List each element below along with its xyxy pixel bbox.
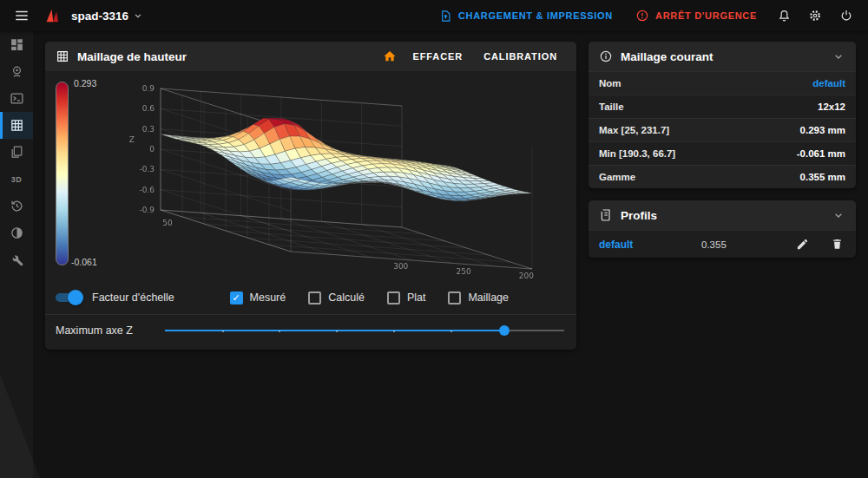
- display-mode-checkboxes: ✓ Mesuré ✓ Calculé ✓ Plat ✓ Maillage: [230, 291, 509, 304]
- slider-thumb[interactable]: [499, 325, 510, 336]
- trash-icon: [831, 238, 844, 251]
- edit-profile-button[interactable]: [793, 236, 811, 253]
- colorbar-max-label: 0.293: [74, 78, 96, 88]
- scale-factor-toggle[interactable]: Facteur d'échelle: [54, 291, 174, 304]
- console-icon: [10, 91, 24, 106]
- colorbar-gradient: [56, 82, 69, 265]
- dashboard-icon: [10, 37, 24, 52]
- main-content: Maillage de hauteur EFFACER CALIBRATION …: [33, 31, 868, 478]
- calibrate-button[interactable]: CALIBRATION: [475, 46, 566, 67]
- chevron-down-icon: [132, 10, 144, 22]
- upload-print-label: CHARGEMENT & IMPRESSION: [458, 10, 613, 21]
- heightmap-card: Maillage de hauteur EFFACER CALIBRATION …: [45, 42, 576, 350]
- toggle-switch[interactable]: [54, 291, 83, 304]
- alert-circle-icon: [635, 9, 649, 23]
- timelapse-icon: [10, 226, 24, 240]
- z-max-slider-label: Maximum axe Z: [56, 324, 153, 337]
- checkbox-mesh[interactable]: ✓ Maillage: [448, 291, 509, 304]
- printer-selector[interactable]: spad-3316: [71, 10, 144, 23]
- heightmap-title: Maillage de hauteur: [77, 50, 187, 63]
- gear-icon: [807, 8, 823, 23]
- chevron-down-icon: [832, 49, 845, 63]
- top-bar: spad-3316 CHARGEMENT & IMPRESSION ARRÊT …: [0, 0, 868, 31]
- settings-button[interactable]: [804, 4, 826, 27]
- sidebar-item-console[interactable]: [0, 85, 33, 112]
- table-row: Nom default: [589, 71, 856, 95]
- checkbox-box-icon: ✓: [387, 291, 400, 304]
- app-window: spad-3316 CHARGEMENT & IMPRESSION ARRÊT …: [0, 0, 868, 478]
- webcam-icon: [10, 64, 24, 79]
- emergency-stop-button[interactable]: ARRÊT D'URGENCE: [628, 9, 764, 23]
- profile-range: 0.355: [701, 239, 793, 250]
- sidebar-item-gcode-files[interactable]: [0, 139, 33, 166]
- home-icon: [383, 49, 397, 63]
- profile-name[interactable]: default: [599, 239, 701, 251]
- current-mesh-card: Maillage courant Nom default Taille 12: [589, 42, 856, 188]
- checkbox-calculated[interactable]: ✓ Calculé: [308, 291, 365, 304]
- heightmap-grid-icon: [10, 118, 24, 133]
- checkbox-box-icon: ✓: [308, 291, 321, 304]
- upload-print-button[interactable]: CHARGEMENT & IMPRESSION: [432, 10, 620, 23]
- app-logo-icon: [42, 5, 62, 26]
- emergency-stop-label: ARRÊT D'URGENCE: [655, 10, 757, 21]
- heightmap-card-header: Maillage de hauteur EFFACER CALIBRATION: [45, 42, 576, 71]
- checkbox-measured[interactable]: ✓ Mesuré: [230, 291, 286, 304]
- pencil-icon: [796, 238, 809, 251]
- checkbox-box-icon: ✓: [448, 291, 461, 304]
- file-upload-icon: [439, 10, 452, 23]
- sidebar-item-timelapse[interactable]: [0, 219, 33, 246]
- sidebar-item-machine[interactable]: [0, 246, 33, 273]
- menu-icon[interactable]: [10, 4, 33, 27]
- profiles-card: Profils default 0.355: [589, 200, 856, 258]
- chevron-down-icon: [832, 208, 845, 222]
- table-row: Max [25, 231.7] 0.293 mm: [589, 118, 856, 141]
- scale-factor-label: Facteur d'échelle: [92, 291, 174, 304]
- sidebar-item-history[interactable]: [0, 193, 33, 219]
- info-icon: [599, 49, 613, 63]
- current-mesh-header: Maillage courant: [589, 42, 856, 71]
- clear-mesh-button[interactable]: EFFACER: [404, 46, 472, 67]
- colorbar-min-label: -0.061: [71, 257, 97, 267]
- checkbox-flat[interactable]: ✓ Plat: [387, 291, 426, 304]
- current-mesh-title: Maillage courant: [621, 50, 713, 63]
- z-max-slider[interactable]: [165, 322, 564, 339]
- collapse-button[interactable]: [832, 49, 845, 63]
- collapse-button[interactable]: [832, 208, 845, 222]
- bell-icon: [777, 9, 792, 23]
- current-mesh-table: Nom default Taille 12x12 Max [25, 231.7]…: [589, 71, 856, 188]
- profiles-header: Profils: [589, 200, 856, 230]
- heightmap-3d-surface[interactable]: [113, 76, 564, 285]
- delete-profile-button[interactable]: [828, 236, 845, 253]
- z-max-slider-row: Maximum axe Z: [45, 315, 576, 350]
- plot-controls: Facteur d'échelle ✓ Mesuré ✓ Calculé ✓ P…: [45, 285, 576, 314]
- profile-row: default 0.355: [589, 230, 856, 258]
- right-column: Maillage courant Nom default Taille 12: [589, 42, 856, 258]
- sidebar-item-dashboard[interactable]: [0, 31, 33, 58]
- slider-track-fill: [165, 330, 504, 331]
- profile-script-icon: [599, 208, 613, 222]
- table-row: Min [190.3, 66.7] -0.061 mm: [589, 141, 856, 165]
- heightmap-plot-area: 0.293 -0.061: [45, 71, 576, 285]
- sidebar-watermark: [0, 374, 40, 478]
- printer-name: spad-3316: [71, 10, 128, 23]
- table-row: Gamme 0.355 mm: [589, 165, 856, 188]
- history-icon: [10, 199, 24, 213]
- side-nav: 3D: [0, 31, 33, 478]
- notifications-button[interactable]: [773, 4, 795, 27]
- colorbar: 0.293 -0.061: [50, 76, 113, 285]
- files-icon: [10, 145, 24, 160]
- wrench-icon: [10, 252, 24, 267]
- profiles-title: Profils: [621, 209, 657, 222]
- power-button[interactable]: [835, 4, 858, 27]
- table-row: Taille 12x12: [589, 95, 856, 118]
- sidebar-item-gcode-viewer[interactable]: 3D: [0, 166, 33, 193]
- checkbox-box-icon: ✓: [230, 291, 243, 304]
- sidebar-item-heightmap[interactable]: [0, 112, 33, 139]
- sidebar-item-webcam[interactable]: [0, 58, 33, 85]
- power-icon: [839, 9, 853, 23]
- gcode-viewer-3d-icon: 3D: [11, 175, 23, 184]
- grid-icon: [56, 49, 69, 63]
- home-button[interactable]: [378, 45, 401, 68]
